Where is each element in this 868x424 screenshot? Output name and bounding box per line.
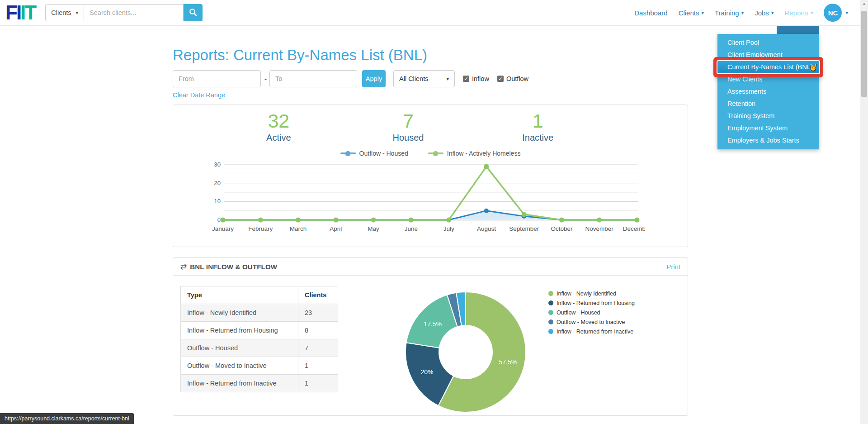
- page-scrollbar[interactable]: ▲: [860, 0, 868, 424]
- menu-item-training-system[interactable]: Training System: [717, 110, 819, 122]
- inflow-checkbox-group[interactable]: ✓ Inflow: [463, 75, 489, 82]
- donut-legend-item[interactable]: Inflow - Returned from Inactive: [548, 328, 635, 335]
- apply-button[interactable]: Apply: [362, 70, 386, 87]
- client-scope-select[interactable]: All Clients ▾: [393, 70, 455, 87]
- clients-cell: 1: [298, 375, 338, 392]
- svg-text:20%: 20%: [420, 368, 433, 376]
- hand-cursor-icon: ☝: [808, 62, 819, 72]
- date-from-input[interactable]: [173, 70, 261, 87]
- legend-dot-icon: [548, 300, 553, 305]
- donut-legend-item[interactable]: Inflow - Returned from Housing: [548, 299, 635, 307]
- user-avatar[interactable]: NC: [824, 4, 842, 22]
- donut-legend-item[interactable]: Outflow - Housed: [548, 309, 635, 316]
- search-input[interactable]: [84, 4, 184, 21]
- col-type: Type: [181, 286, 298, 304]
- primary-nav: Dashboard Clients▾ Training▾ Jobs▾ Repor…: [634, 4, 848, 22]
- nav-clients-label: Clients: [679, 9, 699, 17]
- line-chart-legend: Outflow - Housed Inflow - Actively Homel…: [173, 150, 688, 157]
- nav-reports[interactable]: Reports▾: [784, 9, 813, 17]
- bnl-inflow-outflow-card: ⇄ BNL INFLOW & OUTFLOW Print Type Client…: [173, 257, 688, 416]
- menu-item-client-employment[interactable]: Client Employment: [717, 49, 819, 61]
- stat-housed-value: 7: [344, 110, 473, 132]
- outflow-checkbox[interactable]: ✓: [497, 76, 504, 82]
- clear-date-range-link[interactable]: Clear Date Range: [173, 91, 225, 99]
- donut-legend-label: Outflow - Housed: [557, 310, 600, 316]
- svg-text:July: July: [443, 225, 454, 232]
- table-row: Outflow - Moved to Inactive 1: [181, 357, 338, 375]
- logo-right-part: IT: [20, 1, 35, 24]
- caret-down-icon: ▾: [811, 10, 813, 16]
- user-menu[interactable]: NC ▾: [824, 4, 848, 22]
- legend-inflow-actively-homeless[interactable]: Inflow - Actively Homeless: [428, 150, 521, 157]
- nav-jobs[interactable]: Jobs▾: [755, 9, 774, 17]
- legend-dot-icon: [548, 329, 553, 334]
- stat-housed: 7 Housed: [344, 110, 473, 143]
- report-filter-row: - Apply All Clients ▾ ✓ Inflow ✓ Outflow: [173, 70, 688, 87]
- line-marker-icon: [428, 152, 443, 154]
- legend-inflow-actively-homeless-label: Inflow - Actively Homeless: [447, 150, 521, 157]
- donut-chart-legend: Inflow - Newly IdentifiedInflow - Return…: [548, 290, 635, 337]
- donut-legend-label: Outflow - Moved to Inactive: [557, 319, 625, 325]
- inflow-outflow-line-chart: 0102030JanuaryFebruaryMarchAprilMayJuneJ…: [206, 160, 645, 237]
- summary-chart-card: 32 Active 7 Housed 1 Inactive Outflow - …: [173, 105, 688, 247]
- stat-inactive-value: 1: [473, 110, 603, 132]
- svg-text:57.5%: 57.5%: [499, 358, 517, 366]
- app-viewport: FIIT Clients ▾ Dashboard Clients▾ Traini…: [0, 0, 868, 424]
- caret-down-icon: ▾: [701, 10, 704, 16]
- line-marker-icon: [340, 152, 356, 154]
- scrollbar-thumb[interactable]: [861, 11, 867, 97]
- outflow-checkbox-group[interactable]: ✓ Outflow: [497, 75, 528, 82]
- nav-jobs-label: Jobs: [755, 9, 769, 17]
- svg-text:January: January: [212, 225, 234, 232]
- inflow-checkbox-label: Inflow: [472, 75, 489, 82]
- swap-arrows-icon: ⇄: [180, 262, 187, 272]
- nav-clients[interactable]: Clients▾: [679, 9, 704, 17]
- col-clients: Clients: [298, 286, 338, 304]
- donut-legend-label: Inflow - Returned from Inactive: [557, 329, 633, 335]
- app-logo[interactable]: FIIT: [5, 3, 35, 23]
- clients-cell: 23: [298, 304, 338, 322]
- search-category-dropdown[interactable]: Clients ▾: [45, 4, 84, 21]
- donut-legend-item[interactable]: Outflow - Moved to Inactive: [548, 318, 635, 326]
- bnl-card-header: ⇄ BNL INFLOW & OUTFLOW Print: [173, 258, 688, 276]
- table-row: Inflow - Returned from Housing 8: [181, 322, 338, 339]
- donut-legend-label: Inflow - Newly Identified: [557, 291, 616, 297]
- stat-inactive: 1 Inactive: [473, 110, 603, 143]
- inflow-checkbox[interactable]: ✓: [463, 76, 469, 82]
- menu-item-retention[interactable]: Retention: [717, 98, 819, 110]
- clients-cell: 8: [298, 322, 338, 339]
- nav-training[interactable]: Training▾: [715, 9, 744, 17]
- menu-item-assessments[interactable]: Assessments: [717, 86, 819, 98]
- svg-text:17.5%: 17.5%: [424, 320, 442, 328]
- type-cell: Inflow - Returned from Housing: [181, 322, 298, 339]
- donut-legend-item[interactable]: Inflow - Newly Identified: [548, 290, 635, 297]
- menu-item-new-clients[interactable]: New Clients: [717, 73, 819, 86]
- link-url-preview: https://parrysound.clarkams.ca/reports/c…: [0, 413, 134, 424]
- table-row: Outflow - Housed 7: [181, 339, 338, 357]
- search-icon: [189, 8, 197, 18]
- nav-dashboard[interactable]: Dashboard: [634, 9, 667, 17]
- table-header-row: Type Clients: [181, 286, 338, 304]
- bnl-card-body: Type Clients Inflow - Newly Identified 2…: [173, 276, 688, 416]
- main-content: Reports: Current By-Names List (BNL) - A…: [173, 26, 688, 416]
- menu-item-client-pool[interactable]: Client Pool: [717, 37, 819, 49]
- legend-dot-icon: [548, 310, 553, 315]
- top-navbar: FIIT Clients ▾ Dashboard Clients▾ Traini…: [0, 0, 868, 26]
- menu-item-employers-jobs-starts[interactable]: Employers & Jobs Starts: [717, 134, 819, 147]
- date-to-input[interactable]: [269, 70, 357, 87]
- svg-text:0: 0: [217, 216, 221, 223]
- menu-item-current-by-names-list-bnl[interactable]: Current By-Names List (BNL)☝: [717, 61, 819, 73]
- caret-down-icon: ▾: [845, 10, 848, 16]
- legend-outflow-housed[interactable]: Outflow - Housed: [340, 150, 408, 157]
- scroll-up-arrow-icon[interactable]: ▲: [860, 0, 868, 8]
- outflow-checkbox-label: Outflow: [506, 75, 528, 82]
- client-search-group: Clients ▾: [45, 4, 203, 21]
- stat-inactive-label: Inactive: [473, 133, 603, 143]
- legend-outflow-housed-label: Outflow - Housed: [359, 150, 408, 157]
- print-link[interactable]: Print: [666, 263, 680, 271]
- search-button[interactable]: [184, 4, 203, 21]
- menu-item-employment-system[interactable]: Employment System: [717, 122, 819, 134]
- svg-text:June: June: [405, 225, 418, 232]
- svg-text:30: 30: [214, 161, 221, 168]
- reports-open-toggle-background: [777, 26, 819, 34]
